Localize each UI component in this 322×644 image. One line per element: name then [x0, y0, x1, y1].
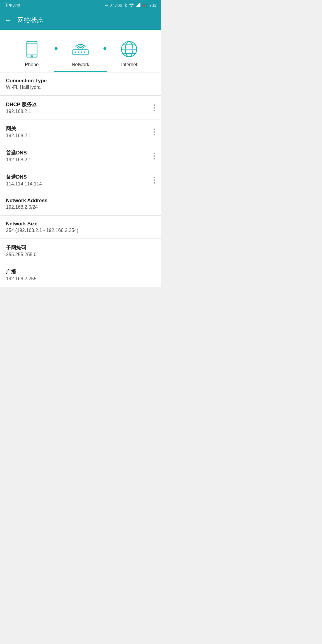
tab-indicator-phone: [0, 71, 54, 72]
info-text-subnet-mask: 子网掩码255.255.255.0: [6, 244, 155, 257]
router-icon: [70, 39, 91, 60]
status-speed: 0.43K/s: [110, 3, 122, 7]
info-label-network-size: Network Size: [6, 221, 155, 227]
info-text-network-size: Network Size254 (192.168.2.1 - 192.168.2…: [6, 221, 155, 233]
svg-rect-1: [137, 5, 138, 7]
network-item-internet[interactable]: Internet: [106, 39, 152, 67]
info-item-dhcp[interactable]: DHCP 服务器192.168.2.1: [0, 96, 161, 120]
svg-point-12: [81, 52, 82, 53]
bluetooth-icon: [124, 3, 127, 8]
info-text-dhcp: DHCP 服务器192.168.2.1: [6, 101, 154, 114]
dot-network-internet: [103, 47, 106, 50]
info-value-dhcp: 192.168.2.1: [6, 109, 154, 114]
info-label-primary-dns: 首选DNS: [6, 149, 154, 156]
info-text-gateway: 网关192.168.2.1: [6, 125, 154, 138]
network-diagram-card: Phone: [0, 30, 161, 72]
battery-level: 11: [152, 3, 156, 7]
network-item-phone[interactable]: Phone: [9, 39, 55, 67]
info-text-alt-dns: 备选DNS114.114.114.114: [6, 174, 154, 187]
tab-indicator-network: [54, 71, 107, 72]
info-text-primary-dns: 首选DNS192.168.2.1: [6, 149, 154, 162]
svg-point-8: [31, 55, 32, 56]
page-title: 网络状态: [17, 16, 44, 25]
wifi-icon: [129, 3, 134, 8]
more-menu-dhcp[interactable]: [154, 104, 155, 111]
info-label-alt-dns: 备选DNS: [6, 174, 154, 180]
info-value-primary-dns: 192.168.2.1: [6, 157, 154, 162]
info-value-broadcast: 192.168.2.255: [6, 276, 155, 281]
info-value-gateway: 192.168.2.1: [6, 133, 154, 138]
dot-phone-network: [55, 47, 58, 50]
info-value-alt-dns: 114.114.114.114: [6, 181, 154, 187]
info-label-gateway: 网关: [6, 125, 154, 132]
phone-icon: [21, 39, 42, 60]
info-label-broadcast: 广播: [6, 268, 155, 275]
info-item-alt-dns[interactable]: 备选DNS114.114.114.114: [0, 168, 161, 192]
status-bar: 下午3:40 ··· 0.43K/s: [0, 0, 161, 11]
svg-rect-0: [136, 6, 137, 7]
more-menu-primary-dns[interactable]: [154, 153, 155, 160]
svg-rect-2: [138, 4, 139, 7]
info-item-network-address: Network Address192.168.2.0/24: [0, 192, 161, 216]
status-time: 下午3:40: [5, 3, 20, 8]
more-menu-alt-dns[interactable]: [154, 177, 155, 184]
info-text-connection-type: Connection TypeWi-Fi, HailHydra: [6, 78, 155, 90]
info-item-subnet-mask: 子网掩码255.255.255.0: [0, 239, 161, 263]
svg-point-10: [75, 52, 76, 53]
info-value-connection-type: Wi-Fi, HailHydra: [6, 85, 155, 90]
info-value-network-size: 254 (192.168.2.1 - 192.168.2.254): [6, 228, 155, 233]
info-label-subnet-mask: 子网掩码: [6, 244, 155, 251]
info-item-primary-dns[interactable]: 首选DNS192.168.2.1: [0, 144, 161, 168]
info-item-gateway[interactable]: 网关192.168.2.1: [0, 120, 161, 144]
network-label: Network: [72, 62, 89, 67]
status-dots: ···: [105, 3, 108, 7]
info-label-network-address: Network Address: [6, 198, 155, 204]
svg-point-13: [84, 52, 85, 53]
more-menu-gateway[interactable]: [154, 129, 155, 135]
network-diagram: Phone: [0, 36, 161, 67]
network-item-router[interactable]: Network: [58, 39, 103, 67]
info-list: Connection TypeWi-Fi, HailHydraDHCP 服务器1…: [0, 72, 161, 287]
back-button[interactable]: ←: [5, 16, 11, 24]
signal-icon: [136, 3, 141, 8]
info-item-broadcast: 广播192.168.2.255: [0, 263, 161, 287]
info-label-connection-type: Connection Type: [6, 78, 155, 84]
svg-rect-4: [140, 3, 141, 7]
info-value-subnet-mask: 255.255.255.0: [6, 252, 155, 257]
app-bar: ← 网络状态: [0, 11, 161, 30]
info-text-broadcast: 广播192.168.2.255: [6, 268, 155, 281]
svg-point-11: [78, 52, 79, 53]
phone-label: Phone: [25, 62, 39, 67]
internet-icon: [119, 39, 140, 60]
tab-indicators: [0, 71, 161, 72]
info-label-dhcp: DHCP 服务器: [6, 101, 154, 108]
info-item-network-size: Network Size254 (192.168.2.1 - 192.168.2…: [0, 216, 161, 239]
info-text-network-address: Network Address192.168.2.0/24: [6, 198, 155, 210]
status-icons: ··· 0.43K/s: [105, 3, 156, 8]
tab-indicator-internet: [107, 71, 161, 72]
internet-label: Internet: [121, 62, 137, 67]
info-value-network-address: 192.168.2.0/24: [6, 205, 155, 210]
battery-icon: [143, 3, 151, 7]
svg-rect-3: [139, 3, 140, 7]
info-item-connection-type: Connection TypeWi-Fi, HailHydra: [0, 72, 161, 96]
